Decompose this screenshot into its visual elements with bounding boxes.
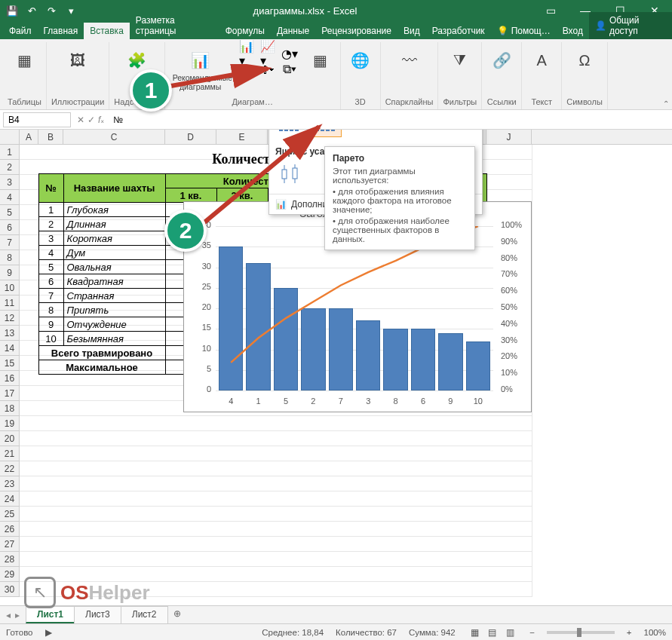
symbol-button[interactable]: Ω (569, 47, 600, 74)
chart-bar[interactable] (356, 320, 380, 390)
line-chart-icon[interactable]: 📈▾ (260, 47, 277, 60)
illustrations-button[interactable]: 🖼 (63, 47, 93, 74)
tables-button[interactable]: ▦ (9, 47, 39, 74)
sheet-tab[interactable]: Лист1 (26, 606, 75, 623)
rowh[interactable]: 12 (0, 311, 19, 326)
select-all-triangle[interactable] (0, 130, 20, 144)
redo-icon[interactable]: ↷ (45, 5, 57, 17)
boxwhisker-option[interactable] (275, 161, 305, 189)
view-normal-icon[interactable]: ▦ (468, 627, 483, 638)
colh-B[interactable]: B (38, 130, 63, 144)
rowh[interactable]: 14 (0, 341, 19, 356)
rowh[interactable]: 18 (0, 401, 19, 416)
pie-chart-icon[interactable]: ◔▾ (281, 47, 298, 60)
rowh[interactable]: 16 (0, 371, 19, 386)
sparklines-button[interactable]: 〰 (394, 47, 425, 74)
cancel-formula-icon[interactable]: ✕ (77, 115, 84, 125)
tab-view[interactable]: Вид (397, 23, 426, 39)
zoom-in-icon[interactable]: + (627, 628, 632, 637)
rowh[interactable]: 3 (0, 175, 19, 190)
rowh[interactable]: 10 (0, 280, 19, 296)
chart-plot-area[interactable] (216, 226, 493, 390)
chart-bar[interactable] (301, 308, 325, 390)
rowh[interactable]: 9 (0, 265, 19, 280)
combo-chart-icon[interactable]: ⧉▾ (281, 63, 298, 76)
rowh[interactable]: 1 (0, 145, 19, 160)
rowh[interactable]: 5 (0, 205, 19, 220)
column-chart-icon[interactable]: 📊▾ (239, 47, 256, 60)
textbox-button[interactable]: A (526, 47, 557, 74)
rowh[interactable]: 2 (0, 160, 19, 175)
qat-customize-icon[interactable]: ▾ (65, 5, 77, 17)
rowh[interactable]: 15 (0, 356, 19, 371)
zoom-out-icon[interactable]: − (529, 628, 535, 637)
enter-formula-icon[interactable]: ✓ (87, 115, 95, 125)
rowh[interactable]: 8 (0, 250, 19, 265)
stat-chart-icon[interactable]: ⫿▾ (260, 63, 277, 76)
signin-button[interactable]: Вход (557, 23, 589, 39)
spreadsheet-grid[interactable]: A B C D E F G H I J 12345678910111213141… (0, 130, 672, 634)
tab-insert[interactable]: Вставка (84, 23, 130, 39)
name-box[interactable]: B4 (3, 112, 71, 127)
tell-me[interactable]: 💡 Помощ… (491, 23, 557, 39)
pivotchart-button[interactable]: ▦ (305, 47, 336, 74)
sheet-prev-icon[interactable]: ◂ (6, 610, 11, 620)
rowh[interactable]: 11 (0, 296, 19, 311)
rowh[interactable]: 22 (0, 461, 19, 476)
tab-pagelayout[interactable]: Разметка страницы (130, 12, 219, 39)
rowh[interactable]: 4 (0, 190, 19, 205)
tab-data[interactable]: Данные (271, 23, 315, 39)
colh-E[interactable]: E (216, 130, 268, 144)
rowh[interactable]: 26 (0, 522, 19, 537)
chart-bar[interactable] (411, 329, 435, 390)
histogram-option[interactable] (275, 130, 305, 137)
colh-J[interactable]: J (486, 130, 532, 144)
formula-input[interactable]: № (107, 113, 672, 127)
colh-A[interactable]: A (20, 130, 38, 144)
ribbon-display-icon[interactable]: ▭ (533, 0, 568, 21)
fx-icon[interactable]: fₓ (98, 115, 104, 125)
rowh[interactable]: 20 (0, 431, 19, 446)
rowh[interactable]: 24 (0, 491, 19, 507)
rowh[interactable]: 7 (0, 235, 19, 250)
rowh[interactable]: 29 (0, 567, 19, 582)
rowh[interactable]: 6 (0, 220, 19, 235)
rowh[interactable]: 27 (0, 537, 19, 552)
3dmap-button[interactable]: 🌐 (345, 47, 376, 74)
sheet-next-icon[interactable]: ▸ (15, 610, 20, 620)
slicer-button[interactable]: ⧩ (445, 47, 475, 74)
rowh[interactable]: 23 (0, 476, 19, 491)
chart-bar[interactable] (219, 247, 243, 390)
sheet-tab[interactable]: Лист3 (74, 606, 121, 623)
hyperlink-button[interactable]: 🔗 (486, 47, 517, 74)
tab-formulas[interactable]: Формулы (219, 23, 271, 39)
save-icon[interactable]: 💾 (6, 5, 18, 17)
status-macro-icon[interactable]: ▶ (45, 627, 52, 638)
pareto-option[interactable] (311, 130, 342, 137)
rowh[interactable]: 25 (0, 507, 19, 522)
recommended-charts-button[interactable]: 📊Рекомендуемые диаграммы (170, 47, 232, 93)
chart-bar[interactable] (466, 341, 490, 390)
rowh[interactable]: 17 (0, 386, 19, 401)
chart-bar[interactable] (383, 329, 407, 390)
tab-home[interactable]: Главная (38, 23, 84, 39)
new-sheet-button[interactable]: ⊕ (167, 606, 187, 623)
rowh[interactable]: 13 (0, 326, 19, 341)
zoom-level[interactable]: 100% (644, 628, 666, 637)
rowh[interactable]: 21 (0, 446, 19, 461)
collapse-ribbon-icon[interactable]: ⌃ (663, 100, 669, 108)
tab-file[interactable]: Файл (3, 23, 38, 39)
sheet-tab[interactable]: Лист2 (121, 606, 168, 623)
view-pagelayout-icon[interactable]: ▤ (485, 627, 500, 638)
tab-developer[interactable]: Разработчик (426, 23, 491, 39)
tab-review[interactable]: Рецензирование (315, 23, 397, 39)
view-pagebreak-icon[interactable]: ▥ (502, 627, 517, 638)
bar-chart-icon[interactable]: ▤▾ (239, 63, 256, 76)
colh-D[interactable]: D (165, 130, 216, 144)
chart-bar[interactable] (274, 288, 298, 390)
chart-bar[interactable] (438, 333, 462, 390)
colh-C[interactable]: C (63, 130, 165, 144)
undo-icon[interactable]: ↶ (26, 5, 38, 17)
zoom-slider[interactable] (547, 631, 615, 634)
rowh[interactable]: 19 (0, 416, 19, 431)
